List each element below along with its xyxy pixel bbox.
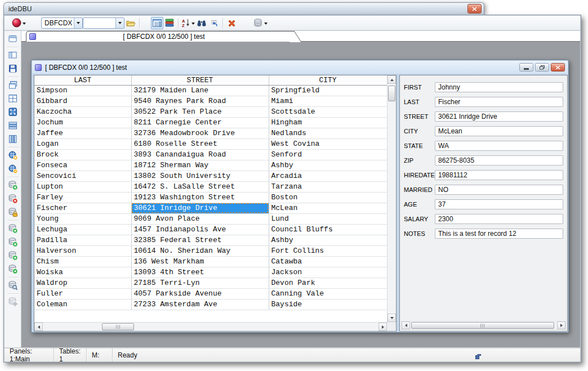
- grid-cell[interactable]: Simpson: [34, 85, 131, 96]
- grid-cell[interactable]: Fonseca: [34, 160, 131, 171]
- grid-panels-icon[interactable]: [6, 92, 20, 105]
- field-input-hiredate[interactable]: [435, 170, 563, 180]
- driver-combobox[interactable]: DBFCDX: [41, 17, 83, 29]
- grid-cell[interactable]: Fuller: [34, 288, 131, 299]
- grid-cell[interactable]: Farley: [34, 192, 131, 203]
- grid-cell[interactable]: Gibbard: [34, 96, 131, 106]
- grid-vertical-scrollbar[interactable]: [387, 75, 396, 322]
- grid-cell[interactable]: 32385 Federal Street: [131, 235, 269, 245]
- grid-cell[interactable]: Lund: [269, 213, 387, 224]
- browse-view-toggle[interactable]: [151, 17, 163, 29]
- grid-cell[interactable]: Miami: [269, 96, 387, 106]
- tab-test[interactable]: [ DBFCDX 0/0 12/500 ] test: [26, 31, 292, 42]
- grid-cell[interactable]: Catawba: [269, 256, 387, 267]
- save-panels-icon[interactable]: [6, 62, 20, 75]
- horizontal-views-icon[interactable]: [6, 119, 20, 132]
- driver-dropdown-button[interactable]: [74, 18, 82, 28]
- add-view-icon[interactable]: [6, 149, 20, 162]
- grid-cell[interactable]: Sencovici: [34, 171, 131, 181]
- grid-cell[interactable]: 16472 S. LaSalle Street: [131, 181, 269, 192]
- grid-cell[interactable]: Kaczocha: [34, 106, 131, 117]
- horizontal-scroll-thumb[interactable]: [411, 322, 554, 329]
- grid-cell[interactable]: Fort Collins: [269, 245, 387, 256]
- grid-cell[interactable]: 10614 No. Sheridan Way: [131, 245, 269, 256]
- grid-cell[interactable]: 4057 Parkside Avenue: [131, 288, 269, 299]
- split-panel-icon[interactable]: [6, 48, 20, 62]
- sort-button[interactable]: A Z: [181, 17, 195, 29]
- search-database-icon[interactable]: [6, 279, 20, 292]
- grid-cell[interactable]: Ashby: [269, 235, 387, 245]
- grid-cell[interactable]: Young: [34, 213, 131, 224]
- grid-cell[interactable]: 136 West Markham: [131, 256, 269, 267]
- grid-cell[interactable]: Logan: [34, 138, 131, 149]
- grid-cell[interactable]: 6180 Roselle Street: [131, 138, 269, 149]
- grid-cell[interactable]: Devon Park: [269, 278, 387, 288]
- column-header[interactable]: STREET: [131, 75, 269, 85]
- grid-cell[interactable]: 8211 Carnegie Center: [131, 117, 269, 128]
- field-input-last[interactable]: [435, 97, 563, 107]
- scroll-up-button[interactable]: [387, 75, 396, 84]
- field-input-zip[interactable]: [435, 155, 563, 166]
- grid-cell[interactable]: Jackson: [269, 267, 387, 278]
- grid-cell[interactable]: 18712 Sherman Way: [131, 160, 269, 171]
- minimize-button[interactable]: [519, 63, 533, 71]
- grid-cell[interactable]: Hingham: [269, 117, 387, 128]
- field-input-street[interactable]: [435, 111, 563, 122]
- duplicate-panel-icon[interactable]: [6, 78, 20, 92]
- grid-cell[interactable]: Padilla: [34, 235, 131, 245]
- grid-cell[interactable]: 1457 Indianapolis Ave: [131, 224, 269, 235]
- grid-cell[interactable]: 13093 4th Street: [131, 267, 269, 278]
- grid-cell[interactable]: 27233 Amsterdam Ave: [131, 299, 269, 310]
- grid-cell[interactable]: Woiska: [34, 267, 131, 278]
- grid-cell[interactable]: 32179 Maiden Lane: [131, 85, 269, 96]
- field-input-married[interactable]: [435, 185, 563, 195]
- structure-button[interactable]: [163, 17, 176, 29]
- grid-cell[interactable]: 30522 Park Ten Place: [131, 106, 269, 117]
- grid-cell[interactable]: Boston: [269, 192, 387, 203]
- scroll-right-button[interactable]: [378, 323, 387, 331]
- grid-cell[interactable]: 13802 South University: [131, 171, 269, 181]
- grid-cell[interactable]: Scottsdale: [269, 106, 387, 117]
- grid-cell[interactable]: Brock: [34, 149, 131, 160]
- database-menu-button[interactable]: [252, 17, 268, 29]
- grid-cell[interactable]: Lupton: [34, 181, 131, 192]
- scroll-down-button[interactable]: [387, 314, 396, 322]
- menu-button[interactable]: [11, 17, 26, 29]
- expand-panel-icon[interactable]: [6, 105, 20, 119]
- grid-cell[interactable]: Jochum: [34, 117, 131, 128]
- grid-cell[interactable]: Arcadia: [269, 171, 387, 181]
- grid-horizontal-scrollbar[interactable]: [34, 322, 387, 331]
- close-button[interactable]: [551, 63, 565, 71]
- grid-cell[interactable]: 3893 Canandaigua Road: [131, 149, 269, 160]
- find-button[interactable]: [195, 17, 208, 29]
- scroll-left-button[interactable]: [34, 323, 43, 331]
- grid-cell[interactable]: Ashby: [269, 160, 387, 171]
- grid-cell[interactable]: Halverson: [34, 245, 131, 256]
- field-input-notes[interactable]: [435, 229, 563, 239]
- grid-cell[interactable]: Jaffee: [34, 128, 131, 138]
- insert-record-icon[interactable]: [6, 235, 20, 249]
- grid-cell[interactable]: Chism: [34, 256, 131, 267]
- field-input-first[interactable]: [435, 82, 563, 92]
- grid-cell[interactable]: Lechuga: [34, 224, 131, 235]
- lock-database-icon[interactable]: [6, 205, 20, 219]
- grid-cell[interactable]: Bayside: [269, 299, 387, 310]
- field-input-state[interactable]: [435, 141, 563, 151]
- grid-cell[interactable]: 32736 Meadowbrook Drive: [131, 128, 269, 138]
- grid-cell[interactable]: 27185 Terri-Lyn: [131, 278, 269, 288]
- grid-cell[interactable]: Senford: [269, 149, 387, 160]
- app-close-button[interactable]: [467, 4, 482, 14]
- close-database-icon[interactable]: [6, 192, 20, 205]
- field-input-salary[interactable]: [435, 214, 563, 224]
- vertical-views-icon[interactable]: [6, 132, 20, 146]
- scroll-left-button[interactable]: [402, 321, 410, 329]
- copy-records-icon[interactable]: [6, 249, 20, 262]
- grid-cell[interactable]: Canning Vale: [269, 288, 387, 299]
- close-table-button[interactable]: [225, 17, 238, 29]
- column-header[interactable]: LAST: [34, 75, 131, 85]
- detail-horizontal-scrollbar[interactable]: [401, 321, 566, 330]
- vertical-scroll-thumb[interactable]: [388, 86, 395, 101]
- append-record-icon[interactable]: [6, 222, 20, 235]
- seek-button[interactable]: [208, 17, 220, 29]
- field-input-age[interactable]: [435, 199, 563, 209]
